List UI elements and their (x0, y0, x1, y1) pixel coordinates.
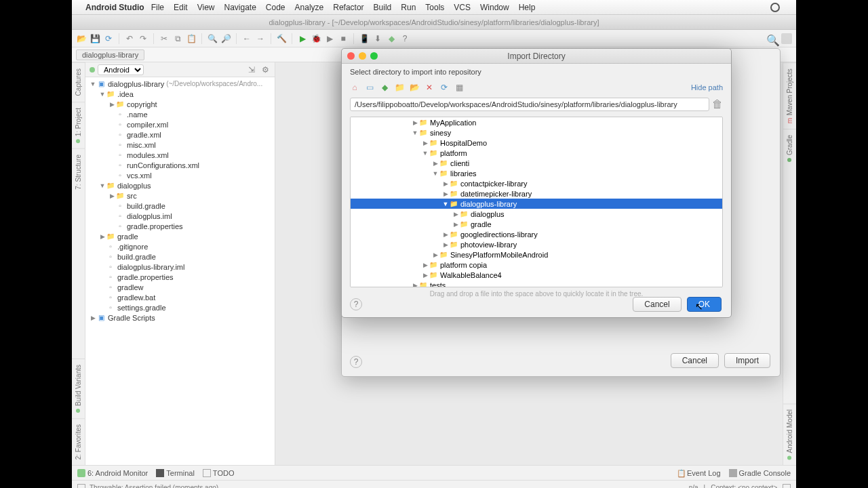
directory-tree-row[interactable]: ▼📁dialogplus-library (351, 199, 722, 209)
menu-file[interactable]: File (151, 3, 164, 12)
menu-refactor[interactable]: Refactor (333, 3, 363, 12)
tree-row[interactable]: ▼▣dialogplus-library(~/Develop/workspace… (85, 79, 275, 89)
avd-icon[interactable]: 📱 (359, 33, 370, 44)
tree-row[interactable]: ▫dialogplus.iml (85, 211, 275, 221)
status-icon[interactable] (77, 484, 85, 489)
outer-cancel-button[interactable]: Cancel (671, 353, 719, 368)
menu-analyze[interactable]: Analyze (295, 3, 324, 12)
directory-tree-row[interactable]: ▼📁platform (351, 148, 722, 158)
tree-row[interactable]: ▼📁dialogplus (85, 180, 275, 190)
tree-row[interactable]: ▶📁copyright (85, 99, 275, 109)
tree-row[interactable]: ▫build.gradle (85, 201, 275, 211)
menu-edit[interactable]: Edit (174, 3, 188, 12)
project-tree[interactable]: ▼▣dialogplus-library(~/Develop/workspace… (85, 77, 275, 465)
new-folder-icon[interactable]: 📁 (395, 83, 404, 92)
tree-row[interactable]: ▫modules.xml (85, 150, 275, 160)
new-folder2-icon[interactable]: 📂 (410, 83, 419, 92)
directory-tree-row[interactable]: ▶📁WalkableBalance4 (351, 270, 722, 280)
directory-tree-row[interactable]: ▶📁SinesyPlatformMobileAndroid (351, 249, 722, 260)
replace-icon[interactable]: 🔎 (220, 33, 231, 44)
menu-vcs[interactable]: VCS (454, 3, 471, 12)
minimize-icon[interactable] (359, 52, 366, 60)
tree-row[interactable]: ▫.name (85, 109, 275, 119)
settings-icon[interactable]: ⚙ (260, 64, 271, 75)
tab-project[interactable]: 1: Project (72, 102, 85, 148)
tree-row[interactable]: ▫gradlew.bat (85, 292, 275, 302)
status-lock-icon[interactable] (783, 484, 791, 489)
tree-row[interactable]: ▫gradle.properties (85, 272, 275, 282)
directory-tree-row[interactable]: ▶📁MyApplication (351, 117, 722, 127)
directory-tree-row[interactable]: ▶📁contactpicker-library (351, 178, 722, 188)
run-icon[interactable]: ▶ (297, 33, 308, 44)
tree-row[interactable]: ▫runConfigurations.xml (85, 160, 275, 170)
path-input[interactable] (350, 98, 709, 111)
tree-row[interactable]: ▫compiler.xml (85, 119, 275, 129)
tab-gradle[interactable]: Gradle (783, 129, 796, 167)
back-icon[interactable]: ← (241, 33, 252, 44)
menu-code[interactable]: Code (266, 3, 285, 12)
menu-run[interactable]: Run (401, 3, 416, 12)
paste-icon[interactable]: 📋 (186, 33, 197, 44)
tree-row[interactable]: ▫dialogplus-library.iml (85, 262, 275, 272)
tree-row[interactable]: ▶▣Gradle Scripts (85, 312, 275, 323)
history-icon[interactable]: 🗑 (712, 98, 723, 111)
menubar-status-icon[interactable] (770, 3, 780, 12)
bottom-event-log[interactable]: 📋Event Log (677, 469, 721, 477)
breadcrumb-item[interactable]: dialogplus-library (76, 49, 144, 60)
directory-tree-row[interactable]: ▶📁googledirections-library (351, 229, 722, 239)
tree-row[interactable]: ▫build.gradle (85, 251, 275, 262)
tree-row[interactable]: ▫settings.gradle (85, 302, 275, 312)
project-icon[interactable]: ◆ (380, 83, 389, 92)
tree-row[interactable]: ▫gradlew (85, 282, 275, 292)
help-icon[interactable]: ? (350, 298, 362, 310)
sync-icon[interactable]: ⟳ (103, 33, 114, 44)
bottom-todo[interactable]: TODO (203, 469, 235, 477)
sdk-icon[interactable]: ⬇ (372, 33, 383, 44)
build-icon[interactable]: 🔨 (276, 33, 287, 44)
directory-tree-row[interactable]: ▶📁photoview-library (351, 239, 722, 249)
save-icon[interactable]: 💾 (90, 33, 100, 44)
help-icon[interactable]: ? (350, 356, 362, 368)
open-icon[interactable]: 📂 (76, 33, 87, 44)
delete-icon[interactable]: ✕ (425, 83, 434, 92)
bottom-gradle-console[interactable]: Gradle Console (729, 469, 791, 477)
menu-view[interactable]: View (197, 3, 215, 12)
stop-icon[interactable]: ■ (338, 33, 349, 44)
tree-row[interactable]: ▫gradle.xml (85, 129, 275, 140)
attach-icon[interactable]: ▶ (324, 33, 335, 44)
refresh-icon[interactable]: ⟳ (439, 83, 449, 92)
redo-icon[interactable]: ↷ (138, 33, 149, 44)
help-icon[interactable]: ? (399, 33, 410, 44)
undo-icon[interactable]: ↶ (124, 33, 135, 44)
tab-android-model[interactable]: Android Model (783, 403, 796, 465)
tree-row[interactable]: ▫vcs.xml (85, 170, 275, 180)
bottom-terminal[interactable]: Terminal (156, 469, 195, 477)
tree-row[interactable]: ▶📁src (85, 190, 275, 201)
directory-tree-row[interactable]: ▶📁datetimepicker-library (351, 188, 722, 199)
menu-help[interactable]: Help (519, 3, 536, 12)
debug-icon[interactable]: 🐞 (311, 33, 321, 44)
bottom-android-monitor[interactable]: 6: Android Monitor (77, 469, 148, 477)
tree-row[interactable]: ▫gradle.properties (85, 221, 275, 231)
ok-button[interactable]: OK (687, 297, 722, 312)
collapse-icon[interactable]: ⇲ (246, 64, 257, 75)
copy-icon[interactable]: ⧉ (172, 33, 183, 44)
tab-build-variants[interactable]: Build Variants (72, 359, 85, 418)
outer-import-button[interactable]: Import (724, 353, 770, 368)
tree-row[interactable]: ▫.gitignore (85, 241, 275, 251)
cut-icon[interactable]: ✂ (159, 33, 170, 44)
directory-tree-row[interactable]: ▶📁clienti (351, 158, 722, 168)
tab-captures[interactable]: Captures (72, 62, 85, 102)
avatar-icon[interactable] (781, 33, 792, 44)
tab-maven[interactable]: mMaven Projects (783, 62, 796, 129)
search-icon[interactable]: 🔍 (766, 34, 776, 43)
zoom-icon[interactable] (370, 52, 378, 60)
android-icon[interactable]: ◆ (386, 33, 397, 44)
close-icon[interactable] (347, 52, 355, 60)
home-icon[interactable]: ⌂ (350, 83, 359, 92)
menu-build[interactable]: Build (374, 3, 392, 12)
tree-row[interactable]: ▶📁gradle (85, 231, 275, 241)
desktop-icon[interactable]: ▭ (365, 83, 374, 92)
project-view-selector[interactable]: Android (98, 64, 144, 75)
hide-path-link[interactable]: Hide path (691, 83, 723, 92)
